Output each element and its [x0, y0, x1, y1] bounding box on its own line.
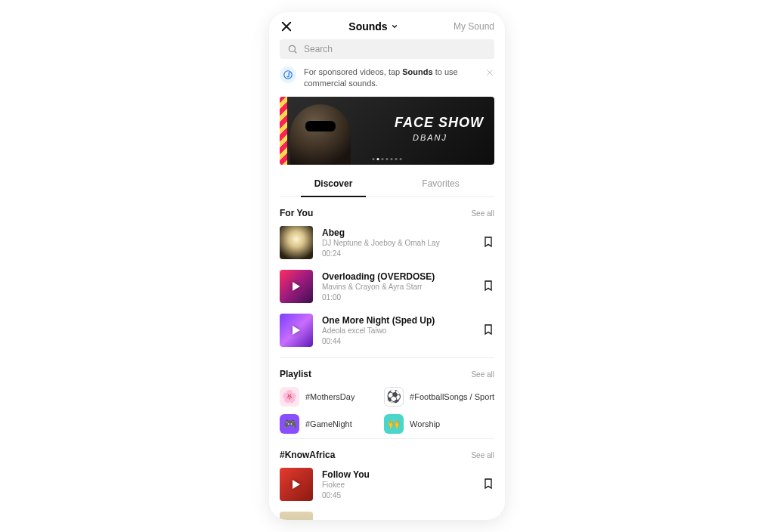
track-thumbnail[interactable]	[280, 468, 313, 501]
section-knowafrica-head: #KnowAfrica See all	[280, 450, 494, 460]
play-icon	[293, 326, 300, 335]
track-row[interactable]: Follow You Fiokee 00:45	[280, 468, 494, 501]
search-icon	[287, 44, 298, 54]
section-for-you-head: For You See all	[280, 208, 494, 218]
bookmark-icon[interactable]	[482, 236, 494, 249]
bookmark-icon[interactable]	[482, 478, 494, 491]
playlist-item-football[interactable]: ⚽ #FootballSongs / Sport	[384, 387, 494, 407]
see-all-link[interactable]: See all	[471, 209, 494, 218]
section-playlist-head: Playlist See all	[280, 369, 494, 379]
gamepad-icon: 🎮	[280, 414, 299, 434]
hint-close-icon[interactable]	[485, 68, 494, 77]
banner-stripe	[280, 97, 287, 165]
playlist-item-mothersday[interactable]: 🌸 #MothersDay	[280, 387, 375, 407]
my-sound-link[interactable]: My Sound	[454, 21, 494, 32]
track-row[interactable]: Overloading (OVERDOSE) Mavins & Crayon &…	[280, 270, 494, 303]
praise-icon: 🙌	[384, 414, 404, 434]
track-artist: Mavins & Crayon & Ayra Starr	[322, 283, 473, 291]
carousel-dots	[373, 158, 402, 160]
see-all-link[interactable]: See all	[471, 451, 494, 459]
track-title: Abeg	[322, 227, 473, 238]
track-title: Stand Strong (feat. Sunday Service Choir…	[322, 518, 473, 520]
track-thumbnail[interactable]	[280, 270, 313, 303]
bookmark-icon[interactable]	[482, 280, 494, 293]
track-row[interactable]: Abeg DJ Neptune & Joeboy & Omah Lay 00:2…	[280, 226, 494, 259]
chevron-down-icon	[391, 23, 398, 30]
svg-point-1	[284, 71, 293, 79]
play-icon	[293, 480, 300, 489]
track-duration: 00:24	[322, 249, 473, 258]
title-dropdown[interactable]: Sounds	[348, 20, 398, 32]
banner-artist-image	[290, 104, 351, 165]
section-title: #KnowAfrica	[280, 450, 335, 460]
banner-headline: FACE SHOW	[395, 115, 484, 131]
track-duration: 01:00	[322, 293, 473, 302]
flower-icon: 🌸	[280, 387, 299, 407]
track-artist: Adeola excel Taiwo	[322, 326, 473, 335]
track-row[interactable]: Stand Strong (feat. Sunday Service Choir…	[280, 512, 494, 520]
track-artist: DJ Neptune & Joeboy & Omah Lay	[322, 239, 473, 247]
page-title: Sounds	[348, 20, 387, 32]
section-title: Playlist	[280, 369, 311, 379]
track-thumbnail[interactable]	[280, 314, 313, 347]
svg-point-0	[289, 45, 295, 51]
tab-discover[interactable]: Discover	[280, 172, 387, 196]
track-artist: Fiokee	[322, 481, 473, 489]
track-title: Follow You	[322, 469, 473, 480]
track-duration: 00:44	[322, 337, 473, 345]
track-thumbnail[interactable]	[280, 512, 313, 520]
playlist-item-gamenight[interactable]: 🎮 #GameNight	[280, 414, 375, 434]
see-all-link[interactable]: See all	[471, 370, 494, 379]
track-row[interactable]: One More Night (Sped Up) Adeola excel Ta…	[280, 314, 494, 347]
search-bar[interactable]	[280, 39, 494, 59]
music-note-icon	[280, 66, 296, 83]
sponsored-hint: For sponsored videos, tap Sounds to use …	[280, 66, 494, 89]
tabs: Discover Favorites	[280, 172, 494, 197]
section-title: For You	[280, 208, 313, 218]
track-title: Overloading (OVERDOSE)	[322, 271, 473, 282]
content-scroll[interactable]: For You See all Abeg DJ Neptune & Joeboy…	[269, 197, 505, 520]
playlist-grid: 🌸 #MothersDay ⚽ #FootballSongs / Sport 🎮…	[280, 387, 494, 434]
track-duration: 00:45	[322, 491, 473, 500]
track-title: One More Night (Sped Up)	[322, 315, 473, 326]
top-bar: Sounds My Sound	[269, 12, 505, 39]
soccer-ball-icon: ⚽	[384, 387, 404, 407]
banner-artist: DBANJ	[413, 133, 447, 142]
promo-banner[interactable]: FACE SHOW DBANJ	[280, 97, 494, 165]
close-icon[interactable]	[280, 20, 293, 33]
play-icon	[293, 282, 300, 291]
bookmark-icon[interactable]	[482, 323, 494, 337]
search-input[interactable]	[304, 44, 487, 54]
playlist-item-worship[interactable]: 🙌 Worship	[384, 414, 494, 434]
sounds-screen: Sounds My Sound For sponsored videos, ta…	[269, 12, 505, 520]
hint-text: For sponsored videos, tap Sounds to use …	[304, 66, 494, 89]
tab-favorites[interactable]: Favorites	[387, 172, 494, 196]
track-thumbnail[interactable]	[280, 226, 313, 259]
